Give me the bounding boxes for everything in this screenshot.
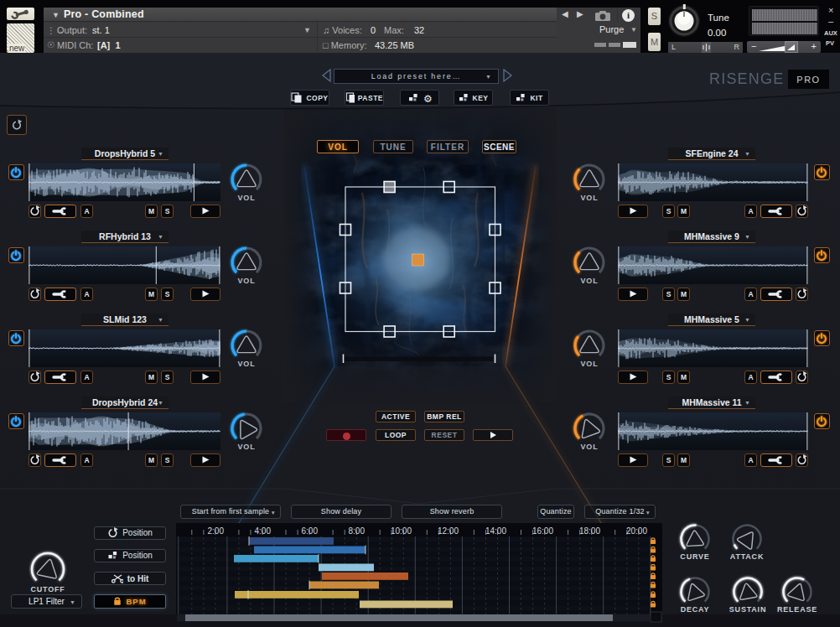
svg-text:VOL: VOL <box>581 443 599 451</box>
svg-text:DECAY: DECAY <box>681 605 710 614</box>
svg-text:20:00: 20:00 <box>626 526 647 536</box>
svg-text:VOL: VOL <box>581 360 599 368</box>
svg-text:VOL: VOL <box>238 194 256 202</box>
svg-text:4:00: 4:00 <box>255 526 272 536</box>
svg-text:VOL: VOL <box>238 277 256 285</box>
svg-text:14:00: 14:00 <box>485 526 506 536</box>
svg-text:VOL: VOL <box>238 360 256 368</box>
svg-text:CURVE: CURVE <box>680 552 709 561</box>
svg-text:⚙: ⚙ <box>423 92 433 104</box>
svg-text:10:00: 10:00 <box>391 526 412 536</box>
svg-text:VOL: VOL <box>581 194 599 202</box>
svg-text:18:00: 18:00 <box>579 526 600 536</box>
svg-text:16:00: 16:00 <box>532 526 553 536</box>
svg-text:VOL: VOL <box>581 277 599 285</box>
svg-text:RELEASE: RELEASE <box>777 605 817 614</box>
svg-text:8:00: 8:00 <box>349 526 366 536</box>
svg-text:CUTOFF: CUTOFF <box>30 585 65 593</box>
svg-text:ATTACK: ATTACK <box>729 552 763 561</box>
svg-text:VOL: VOL <box>238 443 256 451</box>
svg-text:12:00: 12:00 <box>438 526 459 536</box>
svg-text:2:00: 2:00 <box>208 526 225 536</box>
svg-text:SUSTAIN: SUSTAIN <box>729 605 765 614</box>
svg-text:6:00: 6:00 <box>302 526 319 536</box>
